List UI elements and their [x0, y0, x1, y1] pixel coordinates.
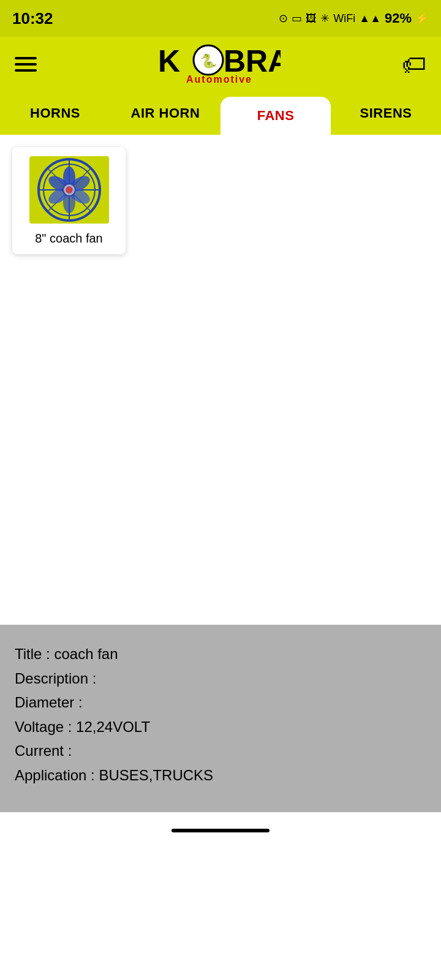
- bluetooth-icon: ✳: [320, 12, 330, 25]
- svg-text:🐍: 🐍: [200, 53, 217, 69]
- main-content: 8" coach fan: [0, 135, 441, 625]
- signal-icon: ▲▲: [359, 12, 381, 25]
- tab-fans[interactable]: FANS: [221, 97, 331, 135]
- tab-air-horn[interactable]: AIR HORN: [110, 92, 221, 135]
- logo-subtitle: Automotive: [186, 74, 252, 85]
- product-label: 8" coach fan: [35, 232, 103, 246]
- image-icon: 🖼: [306, 12, 317, 25]
- detail-current: Current :: [15, 739, 426, 763]
- fan-image-svg: [29, 156, 109, 224]
- logo: K 🐍 BRA Automotive: [158, 43, 281, 85]
- detail-voltage: Voltage : 12,24VOLT: [15, 715, 426, 739]
- tabs: HORNS AIR HORN FANS SIRENS: [0, 92, 441, 135]
- media-icon: ⊙: [279, 12, 288, 25]
- status-time: 10:32: [12, 9, 53, 28]
- bottom-nav: [0, 812, 441, 849]
- screen-icon: ▭: [292, 12, 302, 25]
- header: K 🐍 BRA Automotive 🏷: [0, 37, 441, 92]
- product-card-coach-fan[interactable]: 8" coach fan: [12, 147, 126, 254]
- status-icons: ⊙ ▭ 🖼 ✳ WiFi ▲▲ 92% ⚡: [279, 10, 429, 26]
- wifi-icon: WiFi: [333, 12, 355, 25]
- detail-application: Application : BUSES,TRUCKS: [15, 763, 426, 788]
- svg-text:K: K: [158, 44, 180, 77]
- logo-svg: K 🐍 BRA: [158, 43, 281, 77]
- home-indicator: [172, 829, 270, 832]
- charging-icon: ⚡: [415, 12, 429, 25]
- status-bar: 10:32 ⊙ ▭ 🖼 ✳ WiFi ▲▲ 92% ⚡: [0, 0, 441, 37]
- details-panel: Title : coach fan Description : Diameter…: [0, 625, 441, 812]
- tag-button[interactable]: 🏷: [402, 51, 426, 78]
- detail-diameter: Diameter :: [15, 690, 426, 715]
- svg-point-18: [66, 187, 72, 193]
- menu-button[interactable]: [15, 57, 37, 72]
- detail-title: Title : coach fan: [15, 642, 426, 666]
- battery-level: 92%: [385, 10, 412, 26]
- tab-sirens[interactable]: SIRENS: [331, 92, 441, 135]
- svg-text:BRA: BRA: [224, 44, 281, 77]
- detail-description: Description :: [15, 666, 426, 691]
- tab-horns[interactable]: HORNS: [0, 92, 110, 135]
- product-image: [26, 153, 112, 227]
